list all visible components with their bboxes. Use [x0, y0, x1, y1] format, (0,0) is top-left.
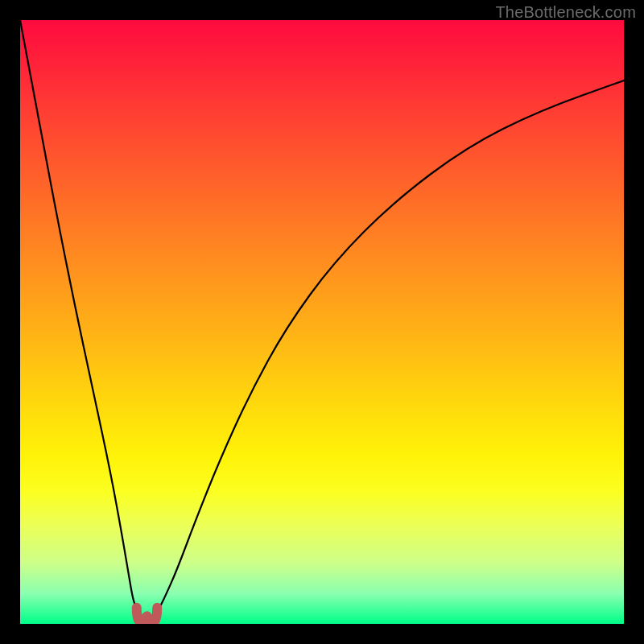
curve-right-branch [153, 80, 624, 614]
chart-frame: TheBottleneck.com [0, 0, 644, 644]
plot-area [20, 20, 624, 624]
watermark-text: TheBottleneck.com [495, 3, 636, 22]
curve-left-branch [20, 20, 141, 614]
curve-layer [20, 20, 624, 624]
valley-marker [137, 608, 158, 622]
